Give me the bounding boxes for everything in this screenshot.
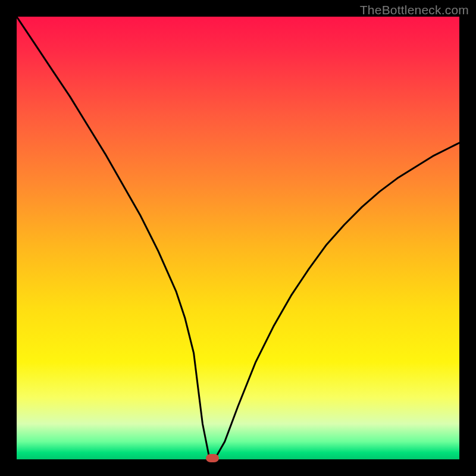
watermark-text: TheBottleneck.com bbox=[360, 3, 469, 17]
bottleneck-curve bbox=[17, 17, 459, 457]
plot-area bbox=[17, 17, 459, 459]
optimum-marker bbox=[206, 454, 219, 462]
chart-stage: TheBottleneck.com bbox=[0, 0, 476, 476]
curve-layer bbox=[17, 17, 459, 459]
